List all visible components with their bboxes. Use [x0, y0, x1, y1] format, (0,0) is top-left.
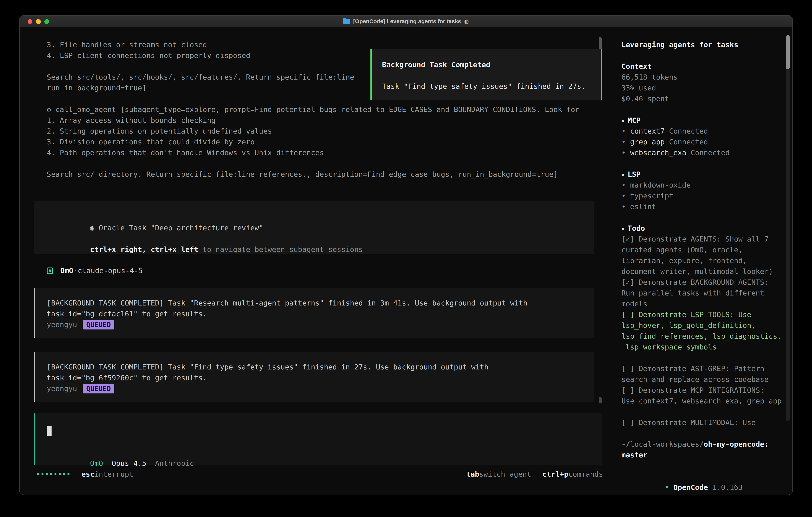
- notification-toast: Background Task Completed Task "Find typ…: [371, 49, 602, 100]
- mcp-status: Connected: [686, 148, 730, 157]
- terminal-line: 2. String operations on potentially unde…: [47, 126, 579, 136]
- todo-heading: ▼ Todo: [621, 223, 783, 234]
- queued-message: [BACKGROUND TASK COMPLETED] Task "Find t…: [34, 352, 594, 402]
- commands-key-hint: ctrl+p: [543, 469, 569, 480]
- terminal-line: ⚙ call_omo_agent [subagent_type=explore,…: [47, 104, 579, 115]
- mcp-section: ▼ MCP • context7 Connected • grep_app Co…: [621, 115, 783, 158]
- context-tokens: 66,518 tokens: [621, 72, 783, 82]
- app-name: OpenCode: [673, 483, 708, 491]
- todo-item: [ ] Demonstrate AST-GREP: Pattern search…: [621, 363, 783, 385]
- titlebar: [OpenCode] Leveraging agents for tasks ◐: [20, 16, 792, 27]
- workspace-section: ~/local-workspaces/oh-my-opencode: maste…: [621, 439, 783, 460]
- todo-section: ▼ Todo [✓] Demonstrate AGENTS: Show all …: [621, 223, 783, 428]
- main-scrollbar-end[interactable]: [599, 397, 602, 404]
- message-author: yeongyu: [47, 319, 77, 330]
- lsp-heading: ▼ LSP: [621, 169, 783, 180]
- bullet-icon: •: [621, 181, 630, 189]
- lsp-section: ▼ LSP • markdown-oxide • typescript • es…: [621, 169, 783, 212]
- desktop: [OpenCode] Leveraging agents for tasks ◐…: [0, 0, 812, 517]
- chevron-down-icon: ▼: [621, 172, 628, 178]
- subagent-shortcut-desc: to navigate between subagent sessions: [198, 245, 363, 253]
- bullet-icon: •: [621, 202, 630, 211]
- message-text-line: task_id="bg_dcfac161" to get results.: [47, 308, 594, 319]
- bullet-icon: •: [621, 192, 630, 200]
- bullet-icon: •: [621, 127, 630, 135]
- session-title: Leveraging agents for tasks: [621, 39, 783, 50]
- mcp-status: Connected: [665, 138, 708, 146]
- context-used: 33% used: [621, 82, 783, 93]
- context-spent: $0.46 spent: [621, 93, 783, 104]
- record-icon: ◉: [90, 223, 94, 232]
- context-heading: Context: [621, 61, 783, 72]
- input-provider-label: Anthropic: [155, 459, 194, 467]
- agent-name: OmO: [60, 265, 73, 276]
- folder-icon: [343, 19, 350, 24]
- mcp-heading: ▼ MCP: [621, 115, 783, 126]
- bullet-icon: •: [665, 483, 673, 491]
- agent-separator: ·: [73, 265, 78, 276]
- workspace-branch: master: [621, 450, 783, 460]
- terminal-line: 4. Path operations that don't handle Win…: [47, 147, 579, 158]
- todo-item: [ ] Demonstrate MCP INTEGRATIONS: Use co…: [621, 385, 783, 406]
- agent-header: OmO · claude-opus-4-5: [47, 265, 143, 276]
- text-cursor: [47, 426, 52, 436]
- message-text-line: [BACKGROUND TASK COMPLETED] Task "Find t…: [47, 361, 594, 372]
- terminal-line: [47, 158, 579, 169]
- todo-item: [✓] Demonstrate AGENTS: Show all 7 curat…: [621, 234, 783, 277]
- terminal-pane: 3. File handles or streams not closed 4.…: [20, 27, 613, 495]
- chevron-down-icon: ▼: [621, 226, 628, 232]
- mcp-status: Connected: [665, 127, 708, 135]
- tab-key-hint: tab: [466, 469, 479, 480]
- todo-item-active: [ ] Demonstrate LSP TOOLS: Use lsp_hover…: [621, 309, 783, 352]
- oracle-task-title: Oracle Task "Deep architecture review": [94, 223, 263, 232]
- bullet-icon: •: [621, 148, 630, 157]
- mcp-item: • context7 Connected: [621, 126, 783, 136]
- terminal-line: 1. Array access without bounds checking: [47, 115, 579, 126]
- window-title-text: [OpenCode] Leveraging agents for tasks: [353, 18, 461, 24]
- terminal-line: Search src/ directory. Return specific f…: [47, 169, 579, 180]
- terminal-line: 3. File handles or streams not closed: [47, 39, 579, 50]
- input-model-label: Opus 4.5: [103, 459, 155, 467]
- commands-key-label: commands: [569, 469, 603, 480]
- queued-message: [BACKGROUND TASK COMPLETED] Task "Resear…: [34, 288, 594, 338]
- message-author: yeongyu: [47, 383, 77, 394]
- mcp-item: • websearch_exa Connected: [621, 147, 783, 158]
- tab-key-label: switch agent: [479, 469, 531, 480]
- toast-title: Background Task Completed: [382, 59, 601, 70]
- prompt-input[interactable]: OmO Opus 4.5 Anthropic: [34, 413, 602, 465]
- mcp-item: • grep_app Connected: [621, 136, 783, 147]
- lsp-item: • typescript: [621, 190, 783, 201]
- app-version: • OpenCode 1.0.163: [621, 471, 783, 482]
- queued-badge: QUEUED: [83, 384, 115, 393]
- context-section: Context 66,518 tokens 33% used $0.46 spe…: [621, 61, 783, 104]
- status-bar: •••••••• esc interrupt tab switch agent …: [36, 469, 603, 480]
- terminal-window: [OpenCode] Leveraging agents for tasks ◐…: [19, 15, 793, 495]
- app-version-number: 1.0.163: [708, 483, 743, 491]
- window-title: [OpenCode] Leveraging agents for tasks ◐: [343, 18, 469, 24]
- todo-item: [✓] Demonstrate BACKGROUND AGENTS: Run p…: [621, 277, 783, 309]
- message-text-line: task_id="bg_6f59260c" to get results.: [47, 372, 594, 383]
- zoom-button[interactable]: [45, 19, 49, 24]
- message-text-line: [BACKGROUND TASK COMPLETED] Task "Resear…: [47, 298, 594, 308]
- queued-badge: QUEUED: [83, 320, 115, 329]
- sidebar: Leveraging agents for tasks Context 66,5…: [613, 27, 793, 495]
- half-circle-icon: ◐: [464, 18, 469, 24]
- minimize-button[interactable]: [36, 19, 41, 24]
- close-button[interactable]: [28, 19, 32, 24]
- workspace-path: ~/local-workspaces/oh-my-opencode:: [621, 439, 783, 450]
- esc-key-label: interrupt: [94, 469, 133, 480]
- esc-key-hint: esc: [81, 469, 94, 480]
- lsp-item: • eslint: [621, 201, 783, 212]
- bullet-icon: •: [621, 138, 630, 146]
- chevron-down-icon: ▼: [621, 118, 628, 124]
- spinner-dots: ••••••••: [36, 469, 70, 480]
- sidebar-scrollbar-thumb[interactable]: [786, 35, 790, 69]
- traffic-lights: [28, 16, 49, 27]
- terminal-line: 3. Division operations that could divide…: [47, 136, 579, 147]
- toast-body: Task "Find type safety issues" finished …: [382, 81, 601, 91]
- agent-icon: [47, 267, 53, 274]
- lsp-item: • markdown-oxide: [621, 180, 783, 190]
- input-agent-label: OmO: [90, 459, 103, 467]
- subagent-shortcut-keys: ctrl+x right, ctrl+x left: [90, 245, 198, 253]
- sidebar-scrollbar-track[interactable]: [786, 35, 790, 421]
